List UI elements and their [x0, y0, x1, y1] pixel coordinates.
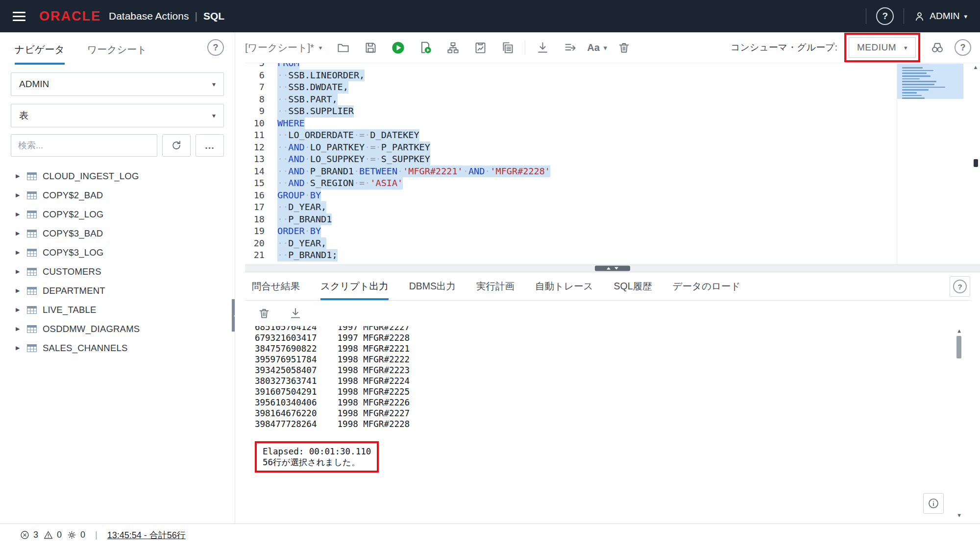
autotrace-button[interactable] — [470, 38, 490, 57]
code-line[interactable]: 7··SSB.DWDATE, — [245, 81, 980, 94]
editor-scrollbar[interactable]: ▲ — [971, 63, 980, 264]
code-line[interactable]: 11··LO_ORDERDATE·=·D_DATEKEY — [245, 129, 980, 142]
letter-case-button[interactable]: Aa ▾ — [587, 42, 607, 53]
clear-output-button[interactable] — [256, 304, 272, 323]
worksheet-dropdown[interactable]: [ワークシート]* ▾ — [245, 41, 322, 54]
code-line[interactable]: 19ORDER·BY — [245, 225, 980, 237]
code-line[interactable]: 8··SSB.PART, — [245, 94, 980, 106]
code-text: ··SSB.SUPPLIER — [277, 105, 354, 118]
find-button[interactable] — [927, 38, 948, 57]
tab-sql-history[interactable]: SQL履歴 — [613, 272, 652, 300]
minimap-viewport[interactable] — [897, 64, 963, 99]
tree-item[interactable]: ▶COPY$2_BAD — [0, 186, 235, 205]
expand-caret-icon[interactable]: ▶ — [16, 345, 21, 351]
sql-editor[interactable]: 5FROM6··SSB.LINEORDER,7··SSB.DWDATE,8··S… — [245, 63, 980, 264]
tree-item[interactable]: ▶OSDDMW_DIAGRAMS — [0, 319, 235, 338]
goto-statement-button[interactable] — [560, 38, 580, 57]
expand-caret-icon[interactable]: ▶ — [16, 307, 21, 313]
app-header: ORACLE Database Actions | SQL ? ADMIN ▾ — [0, 0, 980, 32]
tree-item[interactable]: ▶SALES_CHANNELS — [0, 338, 235, 357]
tree-item[interactable]: ▶CUSTOMERS — [0, 262, 235, 281]
code-line[interactable]: 15··AND·S_REGION·=·'ASIA' — [245, 177, 980, 190]
warning-count[interactable]: 0 — [43, 530, 62, 540]
expand-caret-icon[interactable]: ▶ — [16, 192, 21, 198]
code-line[interactable]: 10WHERE — [245, 118, 980, 130]
tab-script-output[interactable]: スクリプト出力 — [320, 272, 389, 300]
code-line[interactable]: 5FROM — [245, 63, 980, 70]
expand-caret-icon[interactable]: ▶ — [16, 326, 21, 332]
code-line[interactable]: 12··AND·LO_PARTKEY·=·P_PARTKEY — [245, 142, 980, 154]
tab-navigator[interactable]: ナビゲータ — [15, 43, 65, 65]
code-line[interactable]: 17··D_YEAR, — [245, 201, 980, 214]
expand-caret-icon[interactable]: ▶ — [16, 230, 21, 237]
tab-data-load[interactable]: データのロード — [673, 272, 741, 300]
download-output-button[interactable] — [287, 304, 304, 323]
code-line[interactable]: 6··SSB.LINEORDER, — [245, 70, 980, 82]
code-line[interactable]: 13··AND·LO_SUPPKEY·=·S_SUPPKEY — [245, 153, 980, 166]
more-options-button[interactable]: ... — [196, 134, 224, 157]
toolbar-help-icon[interactable]: ? — [955, 39, 971, 56]
run-script-button[interactable] — [415, 38, 436, 57]
tree-item[interactable]: ▶COPY$3_BAD — [0, 224, 235, 243]
output-line: 395610340406 1998 MFGR#2226 — [255, 397, 971, 408]
code-line[interactable]: 20··D_YEAR, — [245, 237, 980, 250]
output-line: 685105764124 1997 MFGR#2227 — [255, 326, 971, 332]
clear-worksheet-button[interactable] — [613, 38, 634, 57]
info-button[interactable] — [923, 493, 944, 514]
copy-statement-button[interactable] — [497, 38, 518, 57]
help-icon[interactable]: ? — [876, 7, 894, 25]
tab-dbms-output[interactable]: DBMS出力 — [409, 272, 456, 300]
editor-minimap[interactable] — [897, 63, 963, 264]
splitter-handle[interactable] — [595, 266, 630, 271]
expand-caret-icon[interactable]: ▶ — [16, 249, 21, 256]
tree-item[interactable]: ▶COPY$3_LOG — [0, 243, 235, 262]
user-menu[interactable]: ADMIN ▾ — [914, 11, 967, 22]
editor-scrollbar-thumb[interactable] — [974, 159, 978, 167]
tree-item-label: COPY$3_LOG — [43, 247, 103, 258]
save-button[interactable] — [360, 38, 381, 57]
expand-caret-icon[interactable]: ▶ — [16, 211, 21, 217]
tab-worksheet[interactable]: ワークシート — [87, 43, 147, 65]
code-text: ··SSB.LINEORDER, — [277, 70, 365, 82]
refresh-button[interactable] — [162, 134, 191, 157]
result-summary-link[interactable]: 13:45:54 - 合計56行 — [107, 529, 186, 541]
download-button[interactable] — [532, 38, 553, 57]
tree-item[interactable]: ▶LIVE_TABLE — [0, 300, 235, 319]
expand-caret-icon[interactable]: ▶ — [16, 287, 21, 294]
expand-caret-icon[interactable]: ▶ — [16, 173, 21, 179]
tree-item[interactable]: ▶CLOUD_INGEST_LOG — [0, 166, 235, 186]
tab-autotrace[interactable]: 自動トレース — [535, 272, 593, 300]
scroll-up-icon[interactable]: ▲ — [955, 327, 963, 335]
panel-splitter[interactable] — [245, 264, 980, 272]
code-line[interactable]: 18··P_BRAND1 — [245, 214, 980, 226]
results-help-button[interactable]: ? — [950, 276, 970, 297]
tree-item[interactable]: ▶COPY$2_LOG — [0, 205, 235, 224]
code-line[interactable]: 9··SSB.SUPPLIER — [245, 105, 980, 118]
output-scrollbar-thumb[interactable] — [956, 336, 961, 358]
tab-explain-plan[interactable]: 実行計画 — [476, 272, 514, 300]
expand-caret-icon[interactable]: ▶ — [16, 268, 21, 275]
sidebar-help-icon[interactable]: ? — [207, 39, 224, 56]
code-line[interactable]: 21··P_BRAND1; — [245, 249, 980, 261]
tree-item[interactable]: ▶DEPARTMENT — [0, 281, 235, 300]
code-line[interactable]: 14··AND·P_BRAND1·BETWEEN·'MFGR#2221'·AND… — [245, 166, 980, 178]
open-worksheet-button[interactable] — [333, 38, 353, 57]
error-count[interactable]: 3 — [20, 530, 38, 540]
output-line: 393425058407 1998 MFGR#2223 — [255, 365, 971, 376]
scroll-up-icon[interactable]: ▲ — [971, 63, 980, 71]
scroll-down-icon[interactable]: ▼ — [955, 512, 963, 520]
consumer-group-select[interactable]: MEDIUM ▾ — [849, 37, 916, 58]
tab-query-result[interactable]: 問合せ結果 — [252, 272, 300, 300]
output-line: 398164676220 1998 MFGR#2227 — [255, 408, 971, 419]
chevron-down-icon: ▾ — [964, 13, 967, 20]
object-type-select[interactable]: 表 ▾ — [11, 104, 224, 127]
output-scrollbar[interactable]: ▲ ▼ — [955, 327, 963, 520]
explain-plan-button[interactable] — [442, 38, 463, 57]
schema-select[interactable]: ADMIN ▾ — [11, 72, 224, 96]
search-input[interactable] — [11, 134, 157, 157]
hamburger-menu-icon[interactable] — [13, 12, 25, 21]
run-statement-button[interactable] — [388, 38, 408, 57]
task-count[interactable]: 0 — [67, 530, 85, 540]
sidebar-collapse-handle[interactable]: ◂ — [232, 299, 235, 332]
code-line[interactable]: 16GROUP·BY — [245, 190, 980, 202]
